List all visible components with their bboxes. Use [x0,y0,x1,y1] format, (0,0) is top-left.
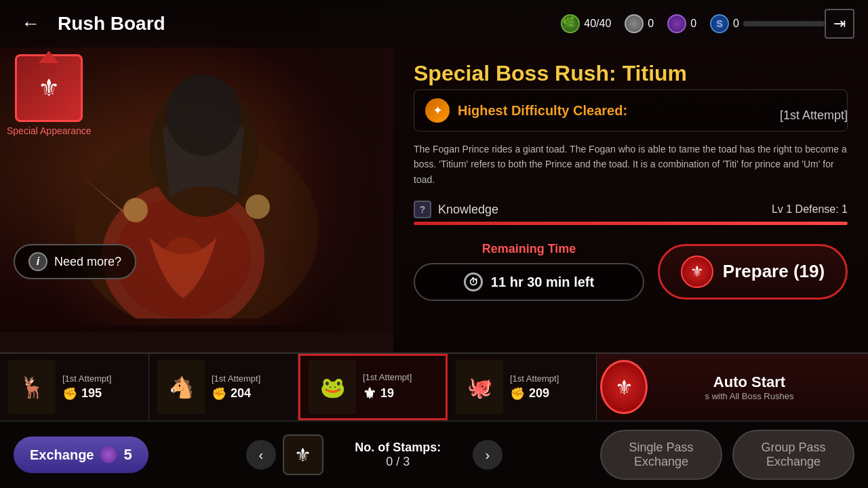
exchange-label: Exchange [30,447,94,463]
auto-start-image: ⚜ [597,354,651,420]
knowledge-progress-bar [414,222,848,225]
info-icon: i [28,252,47,271]
energy-value: 40/40 [584,18,611,30]
knowledge-progress-fill [414,222,848,225]
timer-icon: ⏱ [464,272,483,291]
bottom-bar: Exchange 5 ‹ ⚜ No. of Stamps: 0 / 3 › Si… [0,420,868,488]
stamps-count: 0 / 3 [330,455,466,469]
boss-card-4-image: 🐙 [456,360,503,414]
boss-card-2-attempt: [1st Attempt] [212,373,290,384]
background-left [0,0,393,332]
svg-point-4 [149,81,258,217]
currency-icon: S [710,14,729,33]
svg-point-0 [75,129,319,319]
difficulty-icon: ✦ [425,98,450,123]
boss-card-4-stats: ✊ 209 [510,386,588,401]
trident-icon-3: ⚜ [363,385,376,403]
knowledge-stats: Lv 1 Defense: 1 [772,203,848,216]
fist-icon-2: ✊ [212,386,226,401]
stamps-label: No. of Stamps: [330,441,466,455]
exchange-count: 5 [123,446,132,464]
remaining-label: Remaining Time [414,242,644,256]
stamp-navigation: ‹ ⚜ No. of Stamps: 0 / 3 › [159,434,590,475]
exchange-gem-icon [100,447,117,463]
stamp-info: No. of Stamps: 0 / 3 [330,441,466,469]
resource-bar: 🌿 40/40 0 0 S 0 [561,14,825,33]
currency-value: 0 [733,18,739,30]
stamp-icon: ⚜ [283,434,323,475]
knowledge-row: ? Knowledge Lv 1 Defense: 1 [414,201,848,218]
single-pass-label: Single PassExchange [629,441,693,469]
boss-card-3-stats: ⚜ 19 [363,385,437,403]
boss-card-4-power: 209 [529,386,549,401]
boss-card-3-info: [1st Attempt] ⚜ 19 [363,372,437,403]
auto-start-sub: s with All Boss Rushes [705,391,794,401]
boss-card-1[interactable]: 🦌 [1st Attempt] ✊ 195 [0,354,149,420]
nav-left-button[interactable]: ‹ [246,440,276,470]
group-pass-exchange-button[interactable]: Group PassExchange [732,430,854,480]
special-appearance-label: Special Appearance [7,125,92,136]
crystal-icon [625,14,644,33]
logout-button[interactable]: ⇥ [825,9,854,39]
boss-card-2-image: 🐴 [157,360,205,414]
fist-icon-4: ✊ [510,386,525,401]
knowledge-label: Knowledge [438,203,765,217]
single-pass-exchange-button[interactable]: Single PassExchange [600,430,722,480]
boss-card-3-attempt: [1st Attempt] [363,372,437,382]
boss-card-1-power: 195 [81,386,102,401]
header: ← Rush Board 🌿 40/40 0 0 S 0 ⇥ [0,0,868,47]
boss-cards-row: 🦌 [1st Attempt] ✊ 195 🐴 [1st Attempt] ✊ … [0,352,868,420]
gem-resource: 0 [667,14,696,33]
boss-card-2-info: [1st Attempt] ✊ 204 [212,373,290,401]
timer-value: 11 hr 30 min left [491,274,594,290]
boss-description: The Fogan Prince rides a giant toad. The… [414,142,848,187]
energy-resource: 🌿 40/40 [561,14,611,33]
boss-title: Special Boss Rush: Titium [414,61,848,86]
prepare-label: Prepare (19) [723,261,825,282]
nav-right-button[interactable]: › [473,440,502,470]
auto-start-card[interactable]: ⚜ Auto Start s with All Boss Rushes [597,354,868,420]
svg-point-5 [123,198,148,222]
group-pass-label: Group PassExchange [761,441,825,469]
attempt-label: [1st Attempt] [780,108,848,123]
special-appearance-section: ⚜ Special Appearance [7,54,92,136]
svg-point-7 [166,75,241,156]
svg-point-3 [163,237,203,278]
special-badge-icon: ⚜ [15,54,83,122]
boss-card-4-attempt: [1st Attempt] [510,373,588,384]
boss-card-2-power: 204 [231,386,251,401]
boss-card-1-attempt: [1st Attempt] [62,373,140,384]
logout-icon: ⇥ [833,15,846,33]
energy-icon: 🌿 [561,14,580,33]
boss-card-1-info: [1st Attempt] ✊ 195 [62,373,140,401]
timer-box: ⏱ 11 hr 30 min left [414,263,644,301]
knowledge-icon: ? [414,201,431,218]
boss-card-3-image: 🐸 [309,360,356,414]
gem-value: 0 [690,18,696,30]
svg-point-6 [245,195,270,219]
boss-card-2[interactable]: 🐴 [1st Attempt] ✊ 204 [149,354,298,420]
boss-card-3[interactable]: 🐸 [1st Attempt] ⚜ 19 [298,354,448,420]
difficulty-text: Highest Difficulty Cleared: [458,103,627,119]
fist-icon: ✊ [62,386,77,401]
currency-resource: S 0 [710,14,825,33]
gem-icon [667,14,686,33]
page-title: Rush Board [58,13,561,35]
timer-prepare-row: Remaining Time ⏱ 11 hr 30 min left ⚜ Pre… [414,242,848,301]
boss-card-2-stats: ✊ 204 [212,386,290,401]
prepare-icon: ⚜ [681,256,713,288]
crystal-resource: 0 [625,14,654,33]
boss-card-3-power: 19 [380,386,394,401]
boss-card-1-image: 🦌 [8,360,56,414]
boss-card-4-info: [1st Attempt] ✊ 209 [510,373,588,401]
auto-start-label: Auto Start [713,373,785,391]
boss-card-4[interactable]: 🐙 [1st Attempt] ✊ 209 [448,354,597,420]
need-more-button[interactable]: i Need more? [14,244,136,279]
exchange-button[interactable]: Exchange 5 [14,436,149,473]
back-button[interactable]: ← [14,7,47,41]
crystal-value: 0 [648,18,654,30]
prepare-button[interactable]: ⚜ Prepare (19) [658,244,848,300]
need-more-label: Need more? [54,255,121,269]
boss-card-1-stats: ✊ 195 [62,386,140,401]
timer-section: Remaining Time ⏱ 11 hr 30 min left [414,242,644,301]
